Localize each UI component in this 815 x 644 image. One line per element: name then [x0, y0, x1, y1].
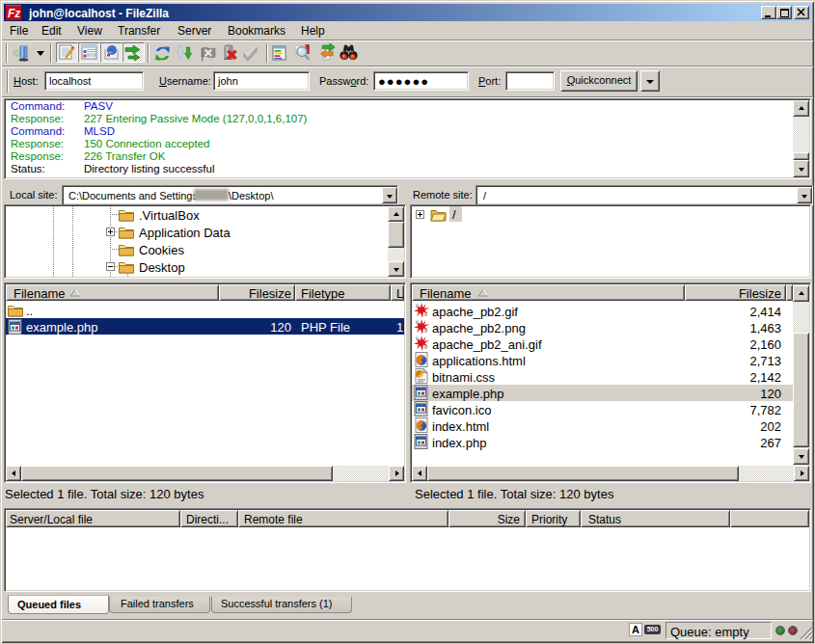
svg-text:Fz: Fz	[8, 7, 20, 20]
